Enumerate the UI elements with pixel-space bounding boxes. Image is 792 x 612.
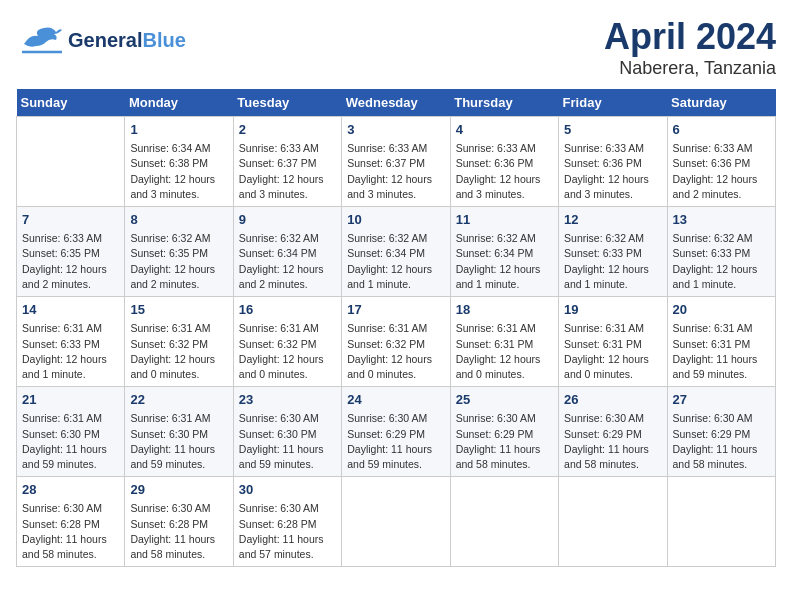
day-number: 1: [130, 121, 227, 139]
calendar-cell: [342, 477, 450, 567]
day-info: Sunrise: 6:31 AM Sunset: 6:30 PM Dayligh…: [22, 411, 119, 472]
day-number: 25: [456, 391, 553, 409]
day-info: Sunrise: 6:31 AM Sunset: 6:32 PM Dayligh…: [130, 321, 227, 382]
day-number: 8: [130, 211, 227, 229]
logo: GeneralBlue: [16, 16, 186, 64]
header-saturday: Saturday: [667, 89, 775, 117]
day-number: 4: [456, 121, 553, 139]
title-block: April 2024 Naberera, Tanzania: [604, 16, 776, 79]
page-header: GeneralBlue April 2024 Naberera, Tanzani…: [16, 16, 776, 79]
logo-general: General: [68, 29, 142, 51]
calendar-cell: 28Sunrise: 6:30 AM Sunset: 6:28 PM Dayli…: [17, 477, 125, 567]
calendar-cell: [559, 477, 667, 567]
logo-text: GeneralBlue: [68, 29, 186, 51]
day-info: Sunrise: 6:33 AM Sunset: 6:36 PM Dayligh…: [456, 141, 553, 202]
calendar-cell: [17, 117, 125, 207]
day-number: 29: [130, 481, 227, 499]
calendar-cell: 26Sunrise: 6:30 AM Sunset: 6:29 PM Dayli…: [559, 387, 667, 477]
day-info: Sunrise: 6:33 AM Sunset: 6:36 PM Dayligh…: [564, 141, 661, 202]
calendar-week-row: 14Sunrise: 6:31 AM Sunset: 6:33 PM Dayli…: [17, 297, 776, 387]
day-info: Sunrise: 6:32 AM Sunset: 6:34 PM Dayligh…: [456, 231, 553, 292]
day-info: Sunrise: 6:30 AM Sunset: 6:29 PM Dayligh…: [564, 411, 661, 472]
day-info: Sunrise: 6:30 AM Sunset: 6:30 PM Dayligh…: [239, 411, 336, 472]
day-info: Sunrise: 6:30 AM Sunset: 6:28 PM Dayligh…: [22, 501, 119, 562]
calendar-cell: 30Sunrise: 6:30 AM Sunset: 6:28 PM Dayli…: [233, 477, 341, 567]
day-number: 16: [239, 301, 336, 319]
calendar-cell: 1Sunrise: 6:34 AM Sunset: 6:38 PM Daylig…: [125, 117, 233, 207]
day-info: Sunrise: 6:34 AM Sunset: 6:38 PM Dayligh…: [130, 141, 227, 202]
day-number: 28: [22, 481, 119, 499]
calendar-cell: 5Sunrise: 6:33 AM Sunset: 6:36 PM Daylig…: [559, 117, 667, 207]
day-info: Sunrise: 6:32 AM Sunset: 6:33 PM Dayligh…: [564, 231, 661, 292]
header-monday: Monday: [125, 89, 233, 117]
day-info: Sunrise: 6:30 AM Sunset: 6:28 PM Dayligh…: [130, 501, 227, 562]
day-info: Sunrise: 6:31 AM Sunset: 6:31 PM Dayligh…: [673, 321, 770, 382]
calendar-cell: 18Sunrise: 6:31 AM Sunset: 6:31 PM Dayli…: [450, 297, 558, 387]
day-info: Sunrise: 6:31 AM Sunset: 6:31 PM Dayligh…: [564, 321, 661, 382]
calendar-cell: [667, 477, 775, 567]
day-info: Sunrise: 6:31 AM Sunset: 6:31 PM Dayligh…: [456, 321, 553, 382]
logo-icon: [16, 16, 64, 64]
calendar-cell: 25Sunrise: 6:30 AM Sunset: 6:29 PM Dayli…: [450, 387, 558, 477]
day-number: 22: [130, 391, 227, 409]
calendar-cell: 4Sunrise: 6:33 AM Sunset: 6:36 PM Daylig…: [450, 117, 558, 207]
day-number: 26: [564, 391, 661, 409]
header-sunday: Sunday: [17, 89, 125, 117]
calendar-header-row: SundayMondayTuesdayWednesdayThursdayFrid…: [17, 89, 776, 117]
day-info: Sunrise: 6:31 AM Sunset: 6:33 PM Dayligh…: [22, 321, 119, 382]
calendar-cell: 8Sunrise: 6:32 AM Sunset: 6:35 PM Daylig…: [125, 207, 233, 297]
calendar-cell: 10Sunrise: 6:32 AM Sunset: 6:34 PM Dayli…: [342, 207, 450, 297]
day-number: 9: [239, 211, 336, 229]
day-number: 15: [130, 301, 227, 319]
day-number: 19: [564, 301, 661, 319]
calendar-body: 1Sunrise: 6:34 AM Sunset: 6:38 PM Daylig…: [17, 117, 776, 567]
calendar-cell: 7Sunrise: 6:33 AM Sunset: 6:35 PM Daylig…: [17, 207, 125, 297]
day-number: 21: [22, 391, 119, 409]
day-info: Sunrise: 6:32 AM Sunset: 6:34 PM Dayligh…: [239, 231, 336, 292]
calendar-cell: 11Sunrise: 6:32 AM Sunset: 6:34 PM Dayli…: [450, 207, 558, 297]
day-info: Sunrise: 6:30 AM Sunset: 6:29 PM Dayligh…: [456, 411, 553, 472]
day-info: Sunrise: 6:30 AM Sunset: 6:29 PM Dayligh…: [347, 411, 444, 472]
calendar-cell: [450, 477, 558, 567]
day-info: Sunrise: 6:32 AM Sunset: 6:34 PM Dayligh…: [347, 231, 444, 292]
calendar-cell: 17Sunrise: 6:31 AM Sunset: 6:32 PM Dayli…: [342, 297, 450, 387]
calendar-cell: 14Sunrise: 6:31 AM Sunset: 6:33 PM Dayli…: [17, 297, 125, 387]
calendar-cell: 3Sunrise: 6:33 AM Sunset: 6:37 PM Daylig…: [342, 117, 450, 207]
day-info: Sunrise: 6:31 AM Sunset: 6:32 PM Dayligh…: [239, 321, 336, 382]
calendar-cell: 12Sunrise: 6:32 AM Sunset: 6:33 PM Dayli…: [559, 207, 667, 297]
day-number: 11: [456, 211, 553, 229]
header-friday: Friday: [559, 89, 667, 117]
day-number: 14: [22, 301, 119, 319]
day-number: 30: [239, 481, 336, 499]
day-number: 17: [347, 301, 444, 319]
day-number: 7: [22, 211, 119, 229]
day-info: Sunrise: 6:32 AM Sunset: 6:33 PM Dayligh…: [673, 231, 770, 292]
calendar-cell: 9Sunrise: 6:32 AM Sunset: 6:34 PM Daylig…: [233, 207, 341, 297]
calendar-subtitle: Naberera, Tanzania: [604, 58, 776, 79]
logo-blue: Blue: [142, 29, 185, 51]
calendar-week-row: 21Sunrise: 6:31 AM Sunset: 6:30 PM Dayli…: [17, 387, 776, 477]
calendar-week-row: 1Sunrise: 6:34 AM Sunset: 6:38 PM Daylig…: [17, 117, 776, 207]
header-wednesday: Wednesday: [342, 89, 450, 117]
calendar-table: SundayMondayTuesdayWednesdayThursdayFrid…: [16, 89, 776, 567]
calendar-cell: 20Sunrise: 6:31 AM Sunset: 6:31 PM Dayli…: [667, 297, 775, 387]
day-info: Sunrise: 6:30 AM Sunset: 6:29 PM Dayligh…: [673, 411, 770, 472]
header-tuesday: Tuesday: [233, 89, 341, 117]
calendar-week-row: 28Sunrise: 6:30 AM Sunset: 6:28 PM Dayli…: [17, 477, 776, 567]
day-number: 23: [239, 391, 336, 409]
calendar-cell: 21Sunrise: 6:31 AM Sunset: 6:30 PM Dayli…: [17, 387, 125, 477]
calendar-cell: 29Sunrise: 6:30 AM Sunset: 6:28 PM Dayli…: [125, 477, 233, 567]
day-info: Sunrise: 6:33 AM Sunset: 6:36 PM Dayligh…: [673, 141, 770, 202]
calendar-title: April 2024: [604, 16, 776, 58]
calendar-cell: 24Sunrise: 6:30 AM Sunset: 6:29 PM Dayli…: [342, 387, 450, 477]
calendar-cell: 2Sunrise: 6:33 AM Sunset: 6:37 PM Daylig…: [233, 117, 341, 207]
day-number: 13: [673, 211, 770, 229]
day-number: 3: [347, 121, 444, 139]
day-number: 12: [564, 211, 661, 229]
day-number: 2: [239, 121, 336, 139]
header-thursday: Thursday: [450, 89, 558, 117]
calendar-cell: 15Sunrise: 6:31 AM Sunset: 6:32 PM Dayli…: [125, 297, 233, 387]
day-number: 18: [456, 301, 553, 319]
day-info: Sunrise: 6:30 AM Sunset: 6:28 PM Dayligh…: [239, 501, 336, 562]
day-info: Sunrise: 6:31 AM Sunset: 6:32 PM Dayligh…: [347, 321, 444, 382]
